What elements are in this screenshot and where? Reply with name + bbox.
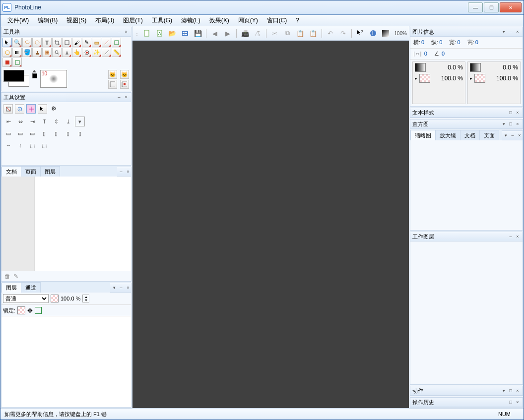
expand-icon[interactable]: ▸: [415, 76, 417, 81]
panel-menu-icon[interactable]: ▾: [501, 388, 507, 394]
wand-tool[interactable]: ✨: [92, 48, 101, 57]
brush-preview[interactable]: 10: [40, 70, 67, 88]
finger-tool[interactable]: 👆: [72, 48, 81, 57]
work-layers-body[interactable]: [410, 241, 523, 384]
panel-menu-icon[interactable]: ▾: [501, 29, 507, 35]
tab-channels[interactable]: 通道: [21, 282, 41, 293]
dist-right-icon[interactable]: ▭: [27, 128, 37, 138]
help-pointer-button[interactable]: ?: [355, 28, 366, 39]
menu-effect[interactable]: 效果(X): [205, 15, 233, 26]
move-tool[interactable]: [2, 38, 12, 47]
menu-file[interactable]: 文件(W): [3, 15, 33, 26]
tab-document[interactable]: 文档: [1, 166, 21, 177]
pointer-mode-icon[interactable]: [38, 104, 47, 114]
mask-mode2-icon[interactable]: 🐱: [120, 70, 129, 79]
info-button[interactable]: i: [368, 28, 379, 39]
align-options-dropdown[interactable]: ▾: [75, 117, 85, 126]
dist-top-icon[interactable]: ▯: [39, 128, 49, 138]
tab-nav-page[interactable]: 页面: [479, 130, 499, 141]
pencil-tool[interactable]: ✎: [82, 38, 91, 47]
panel-close-icon[interactable]: ×: [125, 285, 131, 291]
menu-layout[interactable]: 布局(J): [91, 15, 118, 26]
scanner-button[interactable]: 📠: [240, 28, 251, 39]
align-right-icon[interactable]: ⇥: [27, 117, 37, 126]
bucket-tool[interactable]: 🪣: [22, 48, 32, 57]
measure-tool[interactable]: 📏: [112, 48, 121, 57]
panel-minimize-icon[interactable]: –: [508, 29, 514, 35]
redo-button[interactable]: ↷: [338, 28, 349, 39]
heal-tool[interactable]: [42, 48, 52, 57]
panel-maximize-icon[interactable]: □: [508, 399, 514, 405]
tab-magnifier[interactable]: 放大镜: [435, 130, 460, 141]
circle-shape-tool[interactable]: [2, 48, 12, 57]
trash-icon[interactable]: 🗑: [4, 273, 10, 280]
align-center-h-icon[interactable]: ⇔: [15, 117, 25, 126]
square-tool[interactable]: [12, 58, 22, 67]
red-tool[interactable]: [2, 58, 12, 67]
panel-menu-icon[interactable]: ▾: [501, 121, 507, 127]
menu-filter[interactable]: 滤镜(L): [177, 15, 204, 26]
paste-into-button[interactable]: 📋: [308, 28, 319, 39]
navigator-body[interactable]: [410, 140, 523, 230]
text-tool[interactable]: T: [42, 38, 52, 47]
text-style-header[interactable]: 文本样式 □ ×: [410, 108, 523, 118]
mask-mode4-icon[interactable]: [120, 80, 129, 89]
align-bottom-icon[interactable]: ⤓: [63, 117, 73, 126]
dist-left-icon[interactable]: ▭: [3, 128, 13, 138]
panel-menu-icon[interactable]: ▾: [503, 132, 509, 138]
space-eq2-icon[interactable]: ⬚: [39, 140, 49, 150]
opacity-down-icon[interactable]: ▼: [83, 299, 89, 302]
panel-close-icon[interactable]: ×: [515, 234, 521, 240]
zoom-tool[interactable]: 🔍: [12, 38, 22, 47]
panel-close-icon[interactable]: ×: [517, 132, 523, 138]
menu-help[interactable]: ?: [292, 16, 303, 25]
prev-button[interactable]: ◀: [209, 28, 220, 39]
dist-hcenter-icon[interactable]: ▭: [15, 128, 25, 138]
next-button[interactable]: ▶: [222, 28, 233, 39]
tool-settings-header[interactable]: 工具设置 – ×: [1, 93, 131, 102]
default-colors-icon[interactable]: [32, 73, 37, 78]
dodge-tool[interactable]: [52, 48, 62, 57]
tab-nav-doc[interactable]: 文档: [460, 130, 480, 141]
crop2-tool[interactable]: [62, 38, 71, 47]
lock-all-icon[interactable]: [35, 307, 42, 314]
toolbox-header[interactable]: 工具箱 – ×: [1, 27, 131, 37]
canvas-area[interactable]: [132, 41, 409, 408]
panel-minimize-icon[interactable]: –: [510, 132, 516, 138]
tab-thumbnail[interactable]: 缩略图: [410, 130, 436, 141]
foreground-swatch[interactable]: [3, 70, 24, 82]
eraser-tool[interactable]: [92, 38, 101, 47]
histogram-header[interactable]: 直方图 ▾ □ ×: [410, 120, 523, 129]
dist-space-icon[interactable]: ▯: [75, 128, 85, 138]
undo-button[interactable]: ↶: [325, 28, 336, 39]
crop-tool[interactable]: [52, 38, 62, 47]
space-v-icon[interactable]: ↕: [15, 140, 25, 150]
toolbar-grip-icon[interactable]: ⋮: [134, 31, 139, 36]
target-mode-icon[interactable]: [26, 104, 36, 114]
lock-pixels-icon[interactable]: [17, 306, 25, 314]
new-text-button[interactable]: A: [154, 28, 165, 39]
zoom-level[interactable]: 100%: [394, 31, 407, 36]
redeye-tool[interactable]: [82, 48, 91, 57]
space-h-icon[interactable]: ↔: [3, 140, 13, 150]
minimize-button[interactable]: —: [468, 2, 483, 12]
transform-mode-icon[interactable]: [3, 104, 13, 114]
align-top-icon[interactable]: ⤒: [39, 117, 49, 126]
opacity-checker-icon[interactable]: [51, 295, 59, 302]
brush-tool[interactable]: 🖌: [72, 38, 81, 47]
panel-minimize-icon[interactable]: –: [116, 94, 122, 100]
dist-bottom-icon[interactable]: ▯: [63, 128, 73, 138]
space-eq-icon[interactable]: ⬚: [27, 140, 37, 150]
work-layers-header[interactable]: 工作图层 – ×: [410, 232, 523, 241]
new-file-button[interactable]: [141, 28, 152, 39]
gradient-button[interactable]: [381, 28, 392, 39]
align-middle-icon[interactable]: ⇕: [51, 117, 61, 126]
color-swatches[interactable]: [3, 70, 29, 87]
gradient-tool[interactable]: [12, 48, 22, 57]
swap-colors-icon[interactable]: [32, 70, 36, 72]
layer-list[interactable]: [1, 316, 131, 407]
panel-close-icon[interactable]: ×: [125, 169, 131, 175]
menu-tools[interactable]: 工具(G): [148, 15, 176, 26]
expand-icon[interactable]: ▸: [470, 76, 472, 81]
doc-list[interactable]: [1, 177, 131, 271]
